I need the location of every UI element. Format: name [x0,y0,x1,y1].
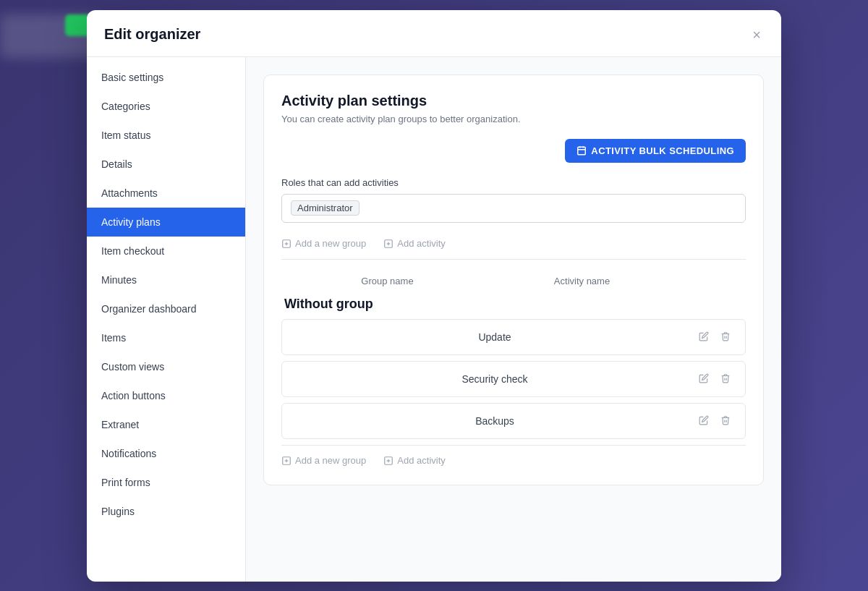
add-activity-label-bottom: Add activity [397,455,445,466]
top-actions-row: Add a new group Add activity [281,237,746,260]
modal-body: Basic settingsCategoriesItem statusDetai… [87,57,781,582]
settings-card: Activity plan settings You can create ac… [263,75,764,485]
svg-rect-0 [578,147,586,155]
sidebar-item-details[interactable]: Details [87,150,245,179]
sidebar-item-minutes[interactable]: Minutes [87,265,245,294]
trash-icon [720,415,731,425]
plus-icon-activity-top [383,237,393,250]
sidebar-nav: Basic settingsCategoriesItem statusDetai… [87,57,246,582]
modal-overlay: Edit organizer × Basic settingsCategorie… [0,0,868,591]
activity-action-buttons-3 [696,412,733,430]
main-content: Activity plan settings You can create ac… [246,57,781,582]
activity-row: Backups [281,403,746,439]
add-activity-label-top: Add activity [397,238,445,249]
calendar-icon [576,145,587,156]
plus-icon-group-bottom [281,454,292,467]
activity-row: Update [281,319,746,355]
add-new-group-label-top: Add a new group [295,238,366,249]
modal-header: Edit organizer × [87,10,781,57]
activity-action-buttons-1 [696,328,733,346]
activity-action-buttons-2 [696,370,733,388]
pencil-icon [699,415,709,425]
edit-organizer-modal: Edit organizer × Basic settingsCategorie… [87,10,781,582]
without-group-label: Without group [281,297,746,312]
modal-title: Edit organizer [104,26,200,43]
add-new-group-label-bottom: Add a new group [295,455,366,466]
sidebar-item-extranet[interactable]: Extranet [87,410,245,439]
bulk-btn-row: ACTIVITY BULK SCHEDULING [281,139,746,163]
plus-icon-activity-bottom [383,454,393,467]
add-activity-button-top[interactable]: Add activity [383,237,445,250]
bottom-actions-row: Add a new group Add activity [281,445,746,467]
activity-name-2: Security check [294,373,696,385]
sidebar-item-basic-settings[interactable]: Basic settings [87,63,245,92]
delete-activity-button-2[interactable] [718,370,733,388]
sidebar-item-item-status[interactable]: Item status [87,121,245,150]
sidebar-item-items[interactable]: Items [87,323,245,352]
add-activity-button-bottom[interactable]: Add activity [383,454,445,467]
bulk-scheduling-button[interactable]: ACTIVITY BULK SCHEDULING [565,139,746,163]
role-tag-administrator: Administrator [291,200,359,216]
sidebar-item-custom-views[interactable]: Custom views [87,352,245,381]
sidebar-item-activity-plans[interactable]: Activity plans [87,208,245,237]
group-name-header: Group name [290,276,485,286]
activity-name-3: Backups [294,415,696,427]
trash-icon [720,373,731,383]
edit-activity-button-1[interactable] [696,328,712,346]
sidebar-item-print-forms[interactable]: Print forms [87,468,245,497]
sidebar-item-item-checkout[interactable]: Item checkout [87,237,245,265]
settings-card-title: Activity plan settings [281,93,746,109]
add-new-group-button-top[interactable]: Add a new group [281,237,366,250]
bulk-scheduling-label: ACTIVITY BULK SCHEDULING [591,145,734,156]
roles-label: Roles that can add activities [281,177,746,188]
activity-name-1: Update [294,331,696,343]
pencil-icon [699,373,709,383]
activity-row: Security check [281,361,746,397]
table-header-row: Group name Activity name [281,271,746,291]
plus-icon-group-top [281,237,292,250]
roles-input[interactable]: Administrator [281,194,746,223]
activity-list: Update Security check Backups [281,319,746,439]
edit-activity-button-2[interactable] [696,370,712,388]
sidebar-item-attachments[interactable]: Attachments [87,179,245,208]
delete-activity-button-3[interactable] [718,412,733,430]
activity-name-header: Activity name [485,276,679,286]
sidebar-item-notifications[interactable]: Notifications [87,439,245,468]
sidebar-item-action-buttons[interactable]: Action buttons [87,381,245,410]
sidebar-item-plugins[interactable]: Plugins [87,497,245,526]
sidebar-item-categories[interactable]: Categories [87,92,245,121]
edit-activity-button-3[interactable] [696,412,712,430]
delete-activity-button-1[interactable] [718,328,733,346]
sidebar-item-organizer-dashboard[interactable]: Organizer dashboard [87,294,245,323]
pencil-icon [699,331,709,341]
add-new-group-button-bottom[interactable]: Add a new group [281,454,366,467]
settings-card-desc: You can create activity plan groups to b… [281,114,746,124]
trash-icon [720,331,731,341]
close-button[interactable]: × [749,25,764,45]
